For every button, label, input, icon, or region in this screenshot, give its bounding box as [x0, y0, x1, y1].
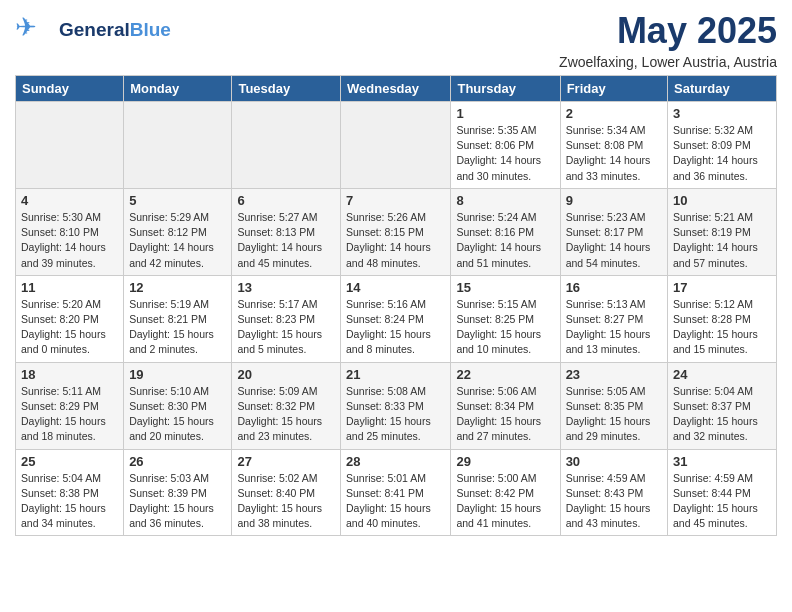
- sunset-text: Sunset: 8:09 PM: [673, 138, 771, 153]
- day-number: 29: [456, 454, 554, 469]
- day-info: Sunrise: 4:59 AMSunset: 8:43 PMDaylight:…: [566, 471, 662, 532]
- day-info: Sunrise: 5:15 AMSunset: 8:25 PMDaylight:…: [456, 297, 554, 358]
- day-number: 12: [129, 280, 226, 295]
- day-info: Sunrise: 5:34 AMSunset: 8:08 PMDaylight:…: [566, 123, 662, 184]
- day-info: Sunrise: 5:04 AMSunset: 8:37 PMDaylight:…: [673, 384, 771, 445]
- calendar-cell: 26Sunrise: 5:03 AMSunset: 8:39 PMDayligh…: [124, 449, 232, 536]
- logo: ✈ GeneralBlue: [15, 10, 171, 50]
- daylight-text: Daylight: 14 hours and 48 minutes.: [346, 240, 445, 270]
- day-info: Sunrise: 5:01 AMSunset: 8:41 PMDaylight:…: [346, 471, 445, 532]
- day-number: 4: [21, 193, 118, 208]
- calendar-cell: 27Sunrise: 5:02 AMSunset: 8:40 PMDayligh…: [232, 449, 341, 536]
- calendar-cell: 3Sunrise: 5:32 AMSunset: 8:09 PMDaylight…: [668, 102, 777, 189]
- sunset-text: Sunset: 8:24 PM: [346, 312, 445, 327]
- sunrise-text: Sunrise: 4:59 AM: [566, 471, 662, 486]
- day-number: 9: [566, 193, 662, 208]
- daylight-text: Daylight: 15 hours and 20 minutes.: [129, 414, 226, 444]
- calendar-cell: 18Sunrise: 5:11 AMSunset: 8:29 PMDayligh…: [16, 362, 124, 449]
- day-number: 28: [346, 454, 445, 469]
- sunset-text: Sunset: 8:06 PM: [456, 138, 554, 153]
- day-info: Sunrise: 4:59 AMSunset: 8:44 PMDaylight:…: [673, 471, 771, 532]
- day-header-thursday: Thursday: [451, 76, 560, 102]
- sunrise-text: Sunrise: 5:24 AM: [456, 210, 554, 225]
- calendar-cell: 29Sunrise: 5:00 AMSunset: 8:42 PMDayligh…: [451, 449, 560, 536]
- day-info: Sunrise: 5:03 AMSunset: 8:39 PMDaylight:…: [129, 471, 226, 532]
- calendar-cell: 2Sunrise: 5:34 AMSunset: 8:08 PMDaylight…: [560, 102, 667, 189]
- sunrise-text: Sunrise: 5:10 AM: [129, 384, 226, 399]
- sunset-text: Sunset: 8:35 PM: [566, 399, 662, 414]
- day-info: Sunrise: 5:09 AMSunset: 8:32 PMDaylight:…: [237, 384, 335, 445]
- sunrise-text: Sunrise: 5:12 AM: [673, 297, 771, 312]
- sunrise-text: Sunrise: 5:00 AM: [456, 471, 554, 486]
- location: Zwoelfaxing, Lower Austria, Austria: [559, 54, 777, 70]
- logo-general: General: [59, 19, 130, 40]
- day-info: Sunrise: 5:08 AMSunset: 8:33 PMDaylight:…: [346, 384, 445, 445]
- calendar-cell: 20Sunrise: 5:09 AMSunset: 8:32 PMDayligh…: [232, 362, 341, 449]
- calendar-cell: 4Sunrise: 5:30 AMSunset: 8:10 PMDaylight…: [16, 188, 124, 275]
- day-number: 22: [456, 367, 554, 382]
- calendar-cell: 22Sunrise: 5:06 AMSunset: 8:34 PMDayligh…: [451, 362, 560, 449]
- header: ✈ GeneralBlue May 2025 Zwoelfaxing, Lowe…: [15, 10, 777, 70]
- sunset-text: Sunset: 8:23 PM: [237, 312, 335, 327]
- week-row-5: 25Sunrise: 5:04 AMSunset: 8:38 PMDayligh…: [16, 449, 777, 536]
- sunset-text: Sunset: 8:29 PM: [21, 399, 118, 414]
- day-info: Sunrise: 5:17 AMSunset: 8:23 PMDaylight:…: [237, 297, 335, 358]
- calendar-header-row: SundayMondayTuesdayWednesdayThursdayFrid…: [16, 76, 777, 102]
- sunrise-text: Sunrise: 5:08 AM: [346, 384, 445, 399]
- sunrise-text: Sunrise: 5:02 AM: [237, 471, 335, 486]
- sunset-text: Sunset: 8:08 PM: [566, 138, 662, 153]
- day-number: 31: [673, 454, 771, 469]
- calendar-cell: [232, 102, 341, 189]
- sunrise-text: Sunrise: 5:34 AM: [566, 123, 662, 138]
- sunrise-text: Sunrise: 5:13 AM: [566, 297, 662, 312]
- sunrise-text: Sunrise: 5:30 AM: [21, 210, 118, 225]
- calendar-cell: 9Sunrise: 5:23 AMSunset: 8:17 PMDaylight…: [560, 188, 667, 275]
- day-info: Sunrise: 5:10 AMSunset: 8:30 PMDaylight:…: [129, 384, 226, 445]
- sunset-text: Sunset: 8:21 PM: [129, 312, 226, 327]
- day-info: Sunrise: 5:30 AMSunset: 8:10 PMDaylight:…: [21, 210, 118, 271]
- sunset-text: Sunset: 8:19 PM: [673, 225, 771, 240]
- sunset-text: Sunset: 8:27 PM: [566, 312, 662, 327]
- calendar-cell: 16Sunrise: 5:13 AMSunset: 8:27 PMDayligh…: [560, 275, 667, 362]
- sunrise-text: Sunrise: 5:32 AM: [673, 123, 771, 138]
- day-number: 19: [129, 367, 226, 382]
- sunrise-text: Sunrise: 5:21 AM: [673, 210, 771, 225]
- day-info: Sunrise: 5:02 AMSunset: 8:40 PMDaylight:…: [237, 471, 335, 532]
- daylight-text: Daylight: 15 hours and 25 minutes.: [346, 414, 445, 444]
- day-number: 24: [673, 367, 771, 382]
- calendar-cell: 8Sunrise: 5:24 AMSunset: 8:16 PMDaylight…: [451, 188, 560, 275]
- day-info: Sunrise: 5:06 AMSunset: 8:34 PMDaylight:…: [456, 384, 554, 445]
- calendar-cell: 13Sunrise: 5:17 AMSunset: 8:23 PMDayligh…: [232, 275, 341, 362]
- sunrise-text: Sunrise: 5:23 AM: [566, 210, 662, 225]
- sunset-text: Sunset: 8:39 PM: [129, 486, 226, 501]
- sunrise-text: Sunrise: 5:26 AM: [346, 210, 445, 225]
- daylight-text: Daylight: 14 hours and 33 minutes.: [566, 153, 662, 183]
- sunset-text: Sunset: 8:25 PM: [456, 312, 554, 327]
- sunrise-text: Sunrise: 5:09 AM: [237, 384, 335, 399]
- sunrise-text: Sunrise: 5:19 AM: [129, 297, 226, 312]
- daylight-text: Daylight: 15 hours and 5 minutes.: [237, 327, 335, 357]
- day-info: Sunrise: 5:11 AMSunset: 8:29 PMDaylight:…: [21, 384, 118, 445]
- day-number: 7: [346, 193, 445, 208]
- sunset-text: Sunset: 8:34 PM: [456, 399, 554, 414]
- sunrise-text: Sunrise: 5:17 AM: [237, 297, 335, 312]
- daylight-text: Daylight: 14 hours and 39 minutes.: [21, 240, 118, 270]
- sunset-text: Sunset: 8:44 PM: [673, 486, 771, 501]
- day-header-saturday: Saturday: [668, 76, 777, 102]
- sunrise-text: Sunrise: 5:04 AM: [21, 471, 118, 486]
- day-number: 16: [566, 280, 662, 295]
- daylight-text: Daylight: 15 hours and 43 minutes.: [566, 501, 662, 531]
- day-number: 27: [237, 454, 335, 469]
- sunrise-text: Sunrise: 5:15 AM: [456, 297, 554, 312]
- calendar-cell: 23Sunrise: 5:05 AMSunset: 8:35 PMDayligh…: [560, 362, 667, 449]
- day-number: 5: [129, 193, 226, 208]
- day-number: 26: [129, 454, 226, 469]
- sunset-text: Sunset: 8:13 PM: [237, 225, 335, 240]
- logo-text: GeneralBlue: [59, 20, 171, 41]
- logo-icon: ✈: [15, 10, 51, 50]
- sunrise-text: Sunrise: 5:01 AM: [346, 471, 445, 486]
- daylight-text: Daylight: 15 hours and 0 minutes.: [21, 327, 118, 357]
- day-header-friday: Friday: [560, 76, 667, 102]
- sunrise-text: Sunrise: 5:29 AM: [129, 210, 226, 225]
- calendar-cell: 6Sunrise: 5:27 AMSunset: 8:13 PMDaylight…: [232, 188, 341, 275]
